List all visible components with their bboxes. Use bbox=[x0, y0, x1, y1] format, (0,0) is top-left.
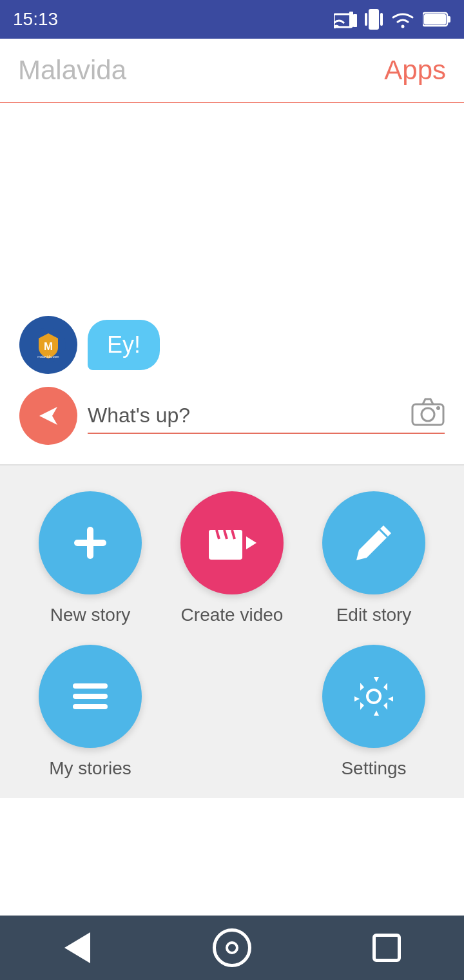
status-time: 15:13 bbox=[13, 9, 58, 30]
main-content: M malavida.com Ey! bbox=[0, 103, 464, 464]
new-story-button[interactable] bbox=[39, 491, 142, 594]
svg-rect-17 bbox=[74, 540, 106, 546]
settings-label: Settings bbox=[341, 758, 406, 779]
recents-button[interactable] bbox=[364, 925, 409, 970]
my-stories-label: My stories bbox=[49, 758, 131, 779]
chat-bubble: Ey! bbox=[88, 320, 160, 370]
input-wrapper bbox=[88, 398, 445, 434]
back-icon bbox=[64, 932, 90, 963]
header-title: Malavida bbox=[18, 55, 126, 86]
edit-story-item[interactable]: Edit story bbox=[309, 491, 438, 625]
status-icons bbox=[334, 8, 451, 31]
edit-story-button[interactable] bbox=[322, 491, 425, 594]
svg-rect-5 bbox=[365, 13, 367, 26]
svg-rect-4 bbox=[369, 9, 379, 30]
home-icon bbox=[213, 928, 251, 967]
camera-svg-icon bbox=[411, 398, 445, 426]
new-story-item[interactable]: New story bbox=[26, 491, 155, 625]
svg-rect-8 bbox=[447, 16, 450, 23]
settings-button[interactable] bbox=[322, 645, 425, 748]
action-grid-bottom: My stories bbox=[26, 645, 438, 779]
new-story-label: New story bbox=[50, 605, 130, 625]
chat-area: M malavida.com Ey! bbox=[0, 303, 464, 464]
pencil-icon bbox=[351, 520, 396, 565]
svg-rect-3 bbox=[353, 14, 357, 27]
svg-rect-24 bbox=[73, 683, 108, 689]
bottom-panel: New story Create video bbox=[0, 466, 464, 798]
plus-icon bbox=[68, 520, 113, 565]
svg-rect-9 bbox=[424, 14, 446, 24]
svg-text:M: M bbox=[44, 340, 53, 353]
vibrate-icon bbox=[365, 8, 383, 31]
svg-point-15 bbox=[436, 406, 440, 410]
edit-story-label: Edit story bbox=[336, 605, 412, 625]
cast-icon bbox=[334, 10, 357, 28]
header-apps-tab[interactable]: Apps bbox=[384, 55, 446, 86]
send-button[interactable] bbox=[19, 387, 77, 445]
create-video-item[interactable]: Create video bbox=[168, 491, 296, 625]
svg-point-28 bbox=[369, 691, 379, 701]
svg-rect-25 bbox=[73, 694, 108, 699]
settings-item[interactable]: Settings bbox=[309, 645, 438, 779]
header: Malavida Apps bbox=[0, 39, 464, 103]
my-stories-item[interactable]: My stories bbox=[26, 645, 155, 779]
home-button[interactable] bbox=[209, 925, 255, 970]
svg-rect-26 bbox=[73, 704, 108, 709]
svg-text:malavida.com: malavida.com bbox=[37, 355, 59, 358]
svg-rect-2 bbox=[349, 12, 353, 27]
svg-point-14 bbox=[421, 408, 434, 421]
create-video-label: Create video bbox=[181, 605, 284, 625]
send-icon bbox=[34, 402, 63, 430]
avatar: M malavida.com bbox=[19, 316, 77, 374]
battery-icon bbox=[423, 11, 451, 28]
svg-rect-6 bbox=[380, 13, 383, 26]
wifi-icon bbox=[391, 10, 415, 29]
home-icon-inner bbox=[226, 941, 238, 954]
video-icon bbox=[206, 522, 258, 564]
chat-message-row: M malavida.com Ey! bbox=[19, 316, 445, 374]
back-button[interactable] bbox=[55, 925, 100, 970]
input-row bbox=[19, 387, 445, 445]
action-grid-top: New story Create video bbox=[26, 491, 438, 625]
my-stories-button[interactable] bbox=[39, 645, 142, 748]
nav-bar bbox=[0, 916, 464, 980]
create-video-button[interactable] bbox=[180, 491, 284, 594]
status-bar: 15:13 bbox=[0, 0, 464, 39]
list-icon bbox=[68, 677, 113, 716]
malavida-logo-icon: M malavida.com bbox=[31, 328, 66, 362]
gear-icon bbox=[351, 673, 397, 720]
message-input[interactable] bbox=[88, 398, 445, 434]
camera-icon[interactable] bbox=[411, 398, 445, 429]
recents-icon bbox=[372, 934, 401, 962]
